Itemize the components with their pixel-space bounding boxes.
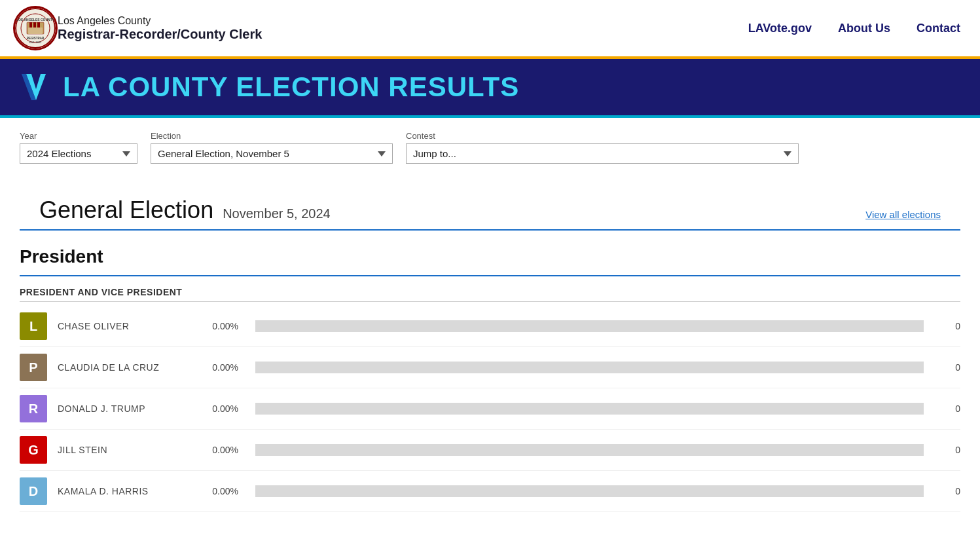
candidate-name: KAMALA D. HARRIS — [58, 486, 189, 496]
candidate-badge: P — [20, 354, 47, 381]
year-label: Year — [20, 131, 137, 141]
candidate-name: CHASE OLIVER — [58, 321, 189, 331]
org-name: Los Angeles County Registrar-Recorder/Co… — [58, 15, 262, 42]
org-logo: LOS ANGELES COUNTY REGISTRAR EST. 1893 — [13, 6, 58, 50]
nav-about[interactable]: About Us — [838, 22, 890, 35]
year-select[interactable]: 2024 Elections — [20, 143, 137, 164]
candidate-row: G JILL STEIN 0.00% 0 — [20, 430, 960, 471]
election-date: November 5, 2024 — [223, 206, 331, 221]
candidate-name: JILL STEIN — [58, 445, 189, 455]
candidate-votes: 0 — [941, 403, 960, 414]
banner-title: LA COUNTY ELECTION RESULTS — [63, 71, 519, 103]
main-nav: LAVote.gov About Us Contact — [748, 22, 980, 35]
banner-title-plain: LA COUNTY — [63, 71, 236, 102]
contest-category-title: President — [20, 246, 960, 267]
svg-rect-7 — [28, 28, 43, 34]
candidate-name: DONALD J. TRUMP — [58, 403, 189, 414]
svg-text:REGISTRAR: REGISTRAR — [27, 37, 45, 40]
candidate-votes: 0 — [941, 486, 960, 496]
election-title-group: General Election November 5, 2024 — [39, 196, 331, 224]
contest-divider — [20, 275, 960, 276]
candidate-votes: 0 — [941, 362, 960, 373]
svg-rect-6 — [37, 22, 40, 28]
year-filter-group: Year 2024 Elections — [20, 131, 137, 164]
candidate-pct: 0.00% — [199, 403, 238, 414]
banner-title-highlight: ELECTION RESULTS — [236, 71, 519, 102]
contest-name: PRESIDENT AND VICE PRESIDENT — [20, 287, 960, 302]
candidate-votes: 0 — [941, 321, 960, 331]
contest-section: President PRESIDENT AND VICE PRESIDENT L… — [0, 231, 980, 512]
logo-section: LOS ANGELES COUNTY REGISTRAR EST. 1893 L… — [0, 0, 275, 56]
election-select[interactable]: General Election, November 5 — [151, 143, 393, 164]
candidate-row: D KAMALA D. HARRIS 0.00% 0 — [20, 471, 960, 512]
candidate-badge: D — [20, 477, 47, 505]
candidate-badge: R — [20, 395, 47, 422]
nav-contact[interactable]: Contact — [916, 22, 960, 35]
filters-section: Year 2024 Elections Election General Ele… — [0, 118, 980, 170]
election-header: General Election November 5, 2024 View a… — [20, 183, 960, 231]
org-name-bottom: Registrar-Recorder/County Clerk — [58, 27, 262, 42]
candidate-row: R DONALD J. TRUMP 0.00% 0 — [20, 388, 960, 430]
nav-lavote[interactable]: LAVote.gov — [748, 22, 812, 35]
election-filter-group: Election General Election, November 5 — [151, 131, 393, 164]
svg-text:LOS ANGELES COUNTY: LOS ANGELES COUNTY — [16, 18, 55, 22]
candidate-badge: G — [20, 436, 47, 464]
candidate-name: CLAUDIA DE LA CRUZ — [58, 362, 189, 373]
view-all-elections-link[interactable]: View all elections — [865, 209, 941, 220]
svg-rect-5 — [33, 22, 36, 28]
candidate-pct: 0.00% — [199, 445, 238, 455]
contest-label: Contest — [406, 131, 799, 141]
candidate-bar-container — [255, 362, 924, 373]
contest-filter-group: Contest Jump to... — [406, 131, 799, 164]
banner-icon — [20, 71, 52, 103]
candidate-bar-container — [255, 485, 924, 497]
candidate-badge: L — [20, 312, 47, 340]
candidate-bar-container — [255, 320, 924, 332]
candidate-row: L CHASE OLIVER 0.00% 0 — [20, 306, 960, 347]
candidate-bar-container — [255, 403, 924, 415]
svg-rect-4 — [29, 22, 32, 28]
banner: LA COUNTY ELECTION RESULTS — [0, 59, 980, 118]
election-title: General Election — [39, 196, 213, 224]
candidate-pct: 0.00% — [199, 486, 238, 496]
org-name-top: Los Angeles County — [58, 15, 262, 27]
candidate-row: P CLAUDIA DE LA CRUZ 0.00% 0 — [20, 347, 960, 388]
contest-select[interactable]: Jump to... — [406, 143, 799, 164]
candidate-bar-container — [255, 444, 924, 456]
election-label: Election — [151, 131, 393, 141]
candidate-pct: 0.00% — [199, 362, 238, 373]
page-header: LOS ANGELES COUNTY REGISTRAR EST. 1893 L… — [0, 0, 980, 59]
candidate-pct: 0.00% — [199, 321, 238, 331]
candidates-list: L CHASE OLIVER 0.00% 0 P CLAUDIA DE LA C… — [20, 306, 960, 512]
svg-text:EST. 1893: EST. 1893 — [29, 41, 42, 44]
candidate-votes: 0 — [941, 445, 960, 455]
filters-row: Year 2024 Elections Election General Ele… — [20, 131, 960, 164]
